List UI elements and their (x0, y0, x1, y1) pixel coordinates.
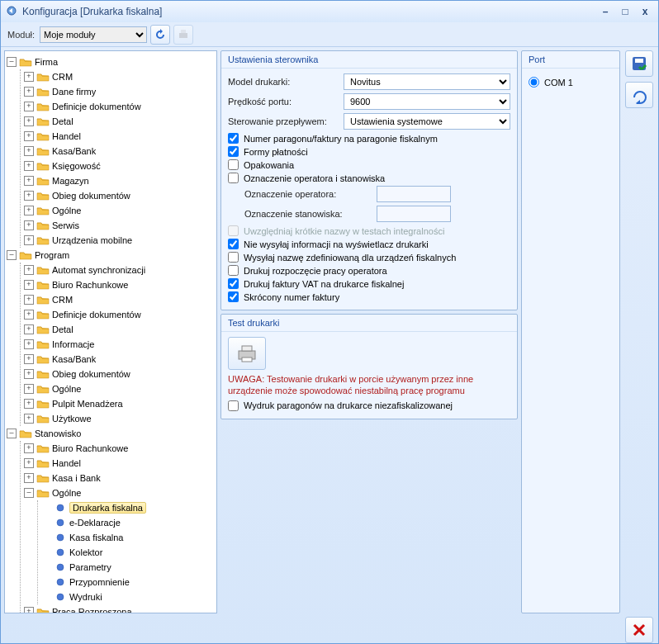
tree-toggle-icon[interactable]: + (24, 176, 34, 186)
cb-payment[interactable] (228, 146, 239, 157)
tree-toggle-icon[interactable]: + (24, 339, 34, 349)
minimize-button[interactable]: – (597, 5, 614, 18)
tree-toggle-icon[interactable]: + (24, 235, 34, 245)
tree-row[interactable]: +Ogólne (24, 203, 215, 218)
tree-toggle-icon[interactable]: + (24, 146, 34, 156)
svg-rect-14 (635, 59, 643, 63)
tree-toggle-icon[interactable]: + (24, 72, 34, 82)
close-dialog-button[interactable] (625, 617, 653, 643)
tree-row[interactable]: +Definicje dokumentów (24, 99, 215, 114)
tree-toggle-icon[interactable]: – (7, 57, 17, 67)
tree-toggle-icon[interactable]: + (24, 265, 34, 275)
cb-short-names-label: Uwzględniaj krótkie nazwy w testach inte… (244, 226, 444, 236)
module-select[interactable]: Moje moduły (40, 26, 147, 43)
tree-toggle-icon[interactable]: + (24, 116, 34, 126)
tree-toggle-icon[interactable]: + (24, 310, 34, 320)
tree-toggle-icon[interactable]: + (24, 102, 34, 111)
tree-toggle-icon[interactable]: + (24, 131, 34, 141)
tree-toggle-icon[interactable]: – (24, 488, 34, 498)
tree-toggle-icon[interactable]: – (7, 250, 17, 260)
tree-toggle-icon[interactable]: + (24, 384, 34, 394)
tree-row[interactable]: +Praca Rozproszona (24, 604, 215, 613)
tree-toggle-icon[interactable]: + (24, 399, 34, 409)
tree-toggle-icon[interactable]: + (24, 458, 34, 468)
tree-row[interactable]: +Kasa i Bank (24, 471, 215, 485)
tree-row[interactable]: +Magazyn (24, 173, 215, 188)
tree-row[interactable]: +Dane firmy (24, 84, 215, 99)
tree-row[interactable]: +Biuro Rachunkowe (24, 277, 215, 292)
tree-row[interactable]: +CRM (24, 292, 215, 307)
tree-row[interactable]: +Obieg dokumentów (24, 188, 215, 203)
tree-row[interactable]: –Firma (7, 54, 215, 69)
save-button[interactable] (625, 50, 653, 77)
cb-packaging[interactable] (228, 159, 239, 170)
tree-toggle-icon[interactable]: + (24, 206, 34, 215)
tree-toggle-icon[interactable]: + (24, 324, 34, 334)
tree-row[interactable]: +Użytkowe (24, 411, 215, 426)
tree-row[interactable]: Drukarka fiskalna (41, 500, 215, 515)
tree-row[interactable]: –Program (7, 248, 215, 263)
cb-receipt[interactable] (228, 133, 239, 144)
tree-row[interactable]: Kolektor (41, 545, 215, 560)
tree-row[interactable]: +Biuro Rachunkowe (24, 441, 215, 456)
tree-toggle-icon[interactable]: + (24, 191, 34, 201)
tree-row[interactable]: +Detal (24, 322, 215, 337)
tree-row[interactable]: +Pulpit Menadżera (24, 396, 215, 411)
tree-toggle-icon[interactable]: + (24, 220, 34, 230)
tree-row[interactable]: +Handel (24, 129, 215, 144)
tree-row[interactable]: Parametry (41, 560, 215, 575)
tree-row[interactable]: +Definicje dokumentów (24, 307, 215, 322)
cb-no-display[interactable] (228, 239, 239, 249)
operator-input[interactable] (377, 186, 451, 202)
tree-row[interactable]: –Stanowisko (7, 426, 215, 441)
tree-row[interactable]: +Ogólne (24, 381, 215, 396)
cb-operator-mark[interactable] (228, 173, 239, 183)
tree-row[interactable]: –Ogólne (24, 485, 215, 500)
tree-toggle-icon[interactable]: + (24, 607, 34, 613)
close-button[interactable]: x (637, 5, 653, 18)
tree-toggle-icon[interactable]: – (7, 429, 17, 438)
tree-row[interactable]: +Kasa/Bank (24, 144, 215, 159)
tree-row[interactable]: +Księgowość (24, 159, 215, 173)
tree-row[interactable]: +Serwis (24, 218, 215, 233)
tree-row[interactable]: e-Deklaracje (41, 515, 215, 530)
tree-row[interactable]: Kasa fiskalna (41, 530, 215, 545)
tree-toggle-icon[interactable]: + (24, 354, 34, 364)
station-input[interactable] (377, 206, 451, 222)
cb-short-num[interactable] (228, 291, 239, 302)
refresh-button[interactable] (150, 25, 170, 45)
test-printer-button[interactable] (228, 337, 266, 370)
cb-send-name[interactable] (228, 252, 239, 263)
tree-row[interactable]: +CRM (24, 69, 215, 84)
tree-row[interactable]: +Automat synchronizacji (24, 263, 215, 277)
tree-row[interactable]: Przypomnienie (41, 575, 215, 590)
tree-row[interactable]: +Handel (24, 456, 215, 471)
cb-print-start[interactable] (228, 265, 239, 276)
tree-toggle-icon[interactable]: + (24, 414, 34, 424)
tree-scroll[interactable]: –Firma+CRM+Dane firmy+Definicje dokument… (5, 51, 216, 613)
port-com1-radio[interactable] (529, 77, 539, 88)
tree-toggle-icon[interactable]: + (24, 161, 34, 171)
tree-toggle-icon[interactable]: + (24, 295, 34, 305)
tree-toggle-icon[interactable]: + (24, 443, 34, 453)
tree-toggle-icon[interactable]: + (24, 280, 34, 290)
tree-toggle-icon[interactable]: + (24, 473, 34, 483)
cb-print-start-label: Drukuj rozpoczęcie pracy operatora (244, 266, 387, 276)
speed-select[interactable]: 9600 (344, 93, 510, 110)
print-button[interactable] (173, 25, 193, 45)
maximize-button[interactable]: □ (617, 5, 633, 18)
tree-row[interactable]: Wydruki (41, 590, 215, 604)
tree-row[interactable]: +Informacje (24, 337, 215, 352)
cb-nonfiscal[interactable] (228, 400, 239, 411)
model-select[interactable]: Novitus (344, 73, 510, 90)
flow-select[interactable]: Ustawienia systemowe (344, 113, 510, 130)
tree-row[interactable]: +Urządzenia mobilne (24, 233, 215, 248)
tree-row[interactable]: +Detal (24, 114, 215, 129)
revert-button[interactable] (625, 82, 653, 108)
tree-toggle-icon[interactable]: + (24, 87, 34, 97)
tree-row[interactable]: +Obieg dokumentów (24, 367, 215, 381)
tree-label: Dane firmy (52, 87, 96, 97)
tree-row[interactable]: +Kasa/Bank (24, 352, 215, 367)
cb-print-vat[interactable] (228, 278, 239, 289)
tree-toggle-icon[interactable]: + (24, 369, 34, 379)
